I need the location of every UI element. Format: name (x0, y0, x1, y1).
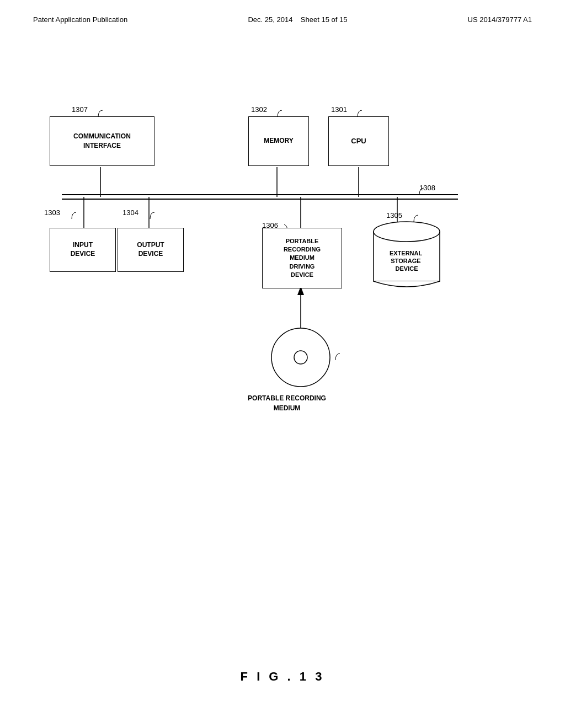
memory-box: MEMORY (248, 116, 309, 166)
header-date: Dec. 25, 2014 (248, 15, 292, 24)
cpu-box: CPU (328, 116, 389, 166)
output-device-box: OUTPUTDEVICE (118, 228, 184, 272)
ref-1307: 1307 (72, 105, 88, 114)
svg-point-12 (374, 222, 440, 242)
external-storage-cylinder: EXTERNAL STORAGE DEVICE (371, 220, 443, 291)
page-header: Patent Application Publication Dec. 25, … (0, 0, 565, 24)
figure-label: F I G . 1 3 (241, 670, 325, 684)
communication-interface-box: COMMUNICATIONINTERFACE (50, 116, 154, 166)
header-publication: Patent Application Publication (33, 15, 127, 24)
ref-1304: 1304 (122, 208, 138, 217)
portable-recording-medium-circle (270, 327, 331, 388)
header-patent-number: US 2014/379777 A1 (468, 15, 532, 24)
portable-recording-driving-box: PORTABLERECORDINGMEDIUMDRIVINGDEVICE (262, 228, 342, 288)
ref-1305: 1305 (386, 211, 402, 220)
ref-1301: 1301 (331, 105, 347, 114)
input-device-box: INPUTDEVICE (50, 228, 116, 272)
ref-1302: 1302 (251, 105, 267, 114)
svg-point-15 (294, 351, 307, 364)
diagram-container: 1307 COMMUNICATIONINTERFACE 1302 MEMORY … (0, 24, 565, 686)
header-sheet: Sheet 15 of 15 (301, 15, 348, 24)
portable-recording-medium-label: PORTABLE RECORDINGMEDIUM (232, 393, 342, 413)
header-date-sheet: Dec. 25, 2014 Sheet 15 of 15 (248, 15, 347, 24)
ref-1303: 1303 (44, 208, 60, 217)
